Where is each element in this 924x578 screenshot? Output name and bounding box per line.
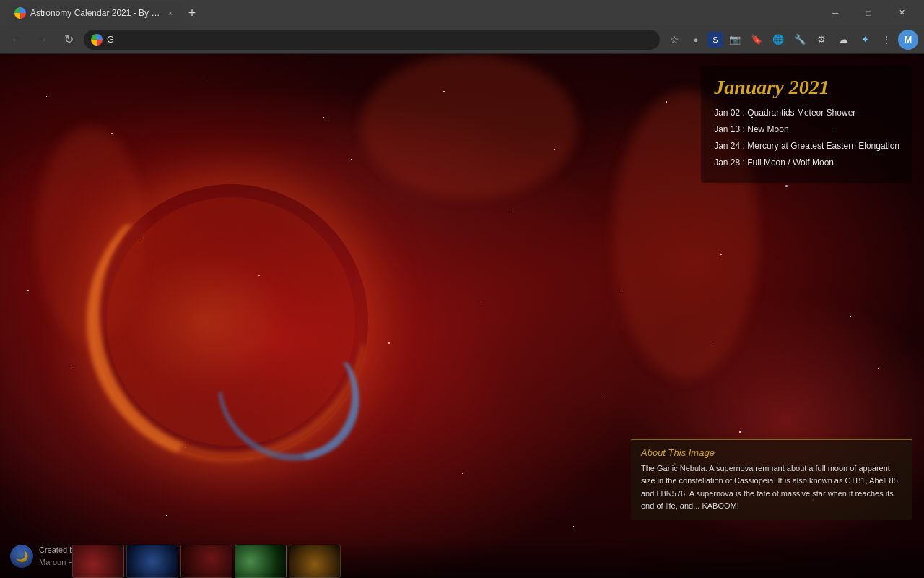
- calendar-event-4: Jan 28 : Full Moon / Wolf Moon: [714, 156, 899, 169]
- ext-icon-1[interactable]: ●: [686, 30, 706, 50]
- ext-icon-9[interactable]: ✦: [855, 30, 875, 50]
- thumbnail-3[interactable]: [180, 545, 232, 578]
- calendar-overlay: January 2021 Jan 02 : Quadrantids Meteor…: [701, 66, 912, 183]
- google-favicon: [91, 34, 103, 46]
- chrome-window: Astronomy Calendar 2021 - By Moop... × +…: [0, 0, 924, 578]
- tabs-bar: Astronomy Calendar 2021 - By Moop... × +: [6, 2, 819, 24]
- profile-button[interactable]: M: [898, 30, 918, 50]
- about-image-title: About This Image: [641, 447, 902, 458]
- minimize-button[interactable]: ─: [819, 2, 852, 24]
- about-image-text: The Garlic Nebula: A supernova remnant a…: [641, 462, 902, 513]
- ext-icon-2[interactable]: S: [707, 32, 723, 48]
- thumbnails-strip: [0, 538, 924, 578]
- active-tab[interactable]: Astronomy Calendar 2021 - By Moop... ×: [9, 2, 182, 24]
- filament-top: [361, 54, 578, 199]
- maximize-button[interactable]: □: [852, 2, 885, 24]
- calendar-event-1: Jan 02 : Quadrantids Meteor Shower: [714, 106, 899, 119]
- thumbnail-2[interactable]: [126, 545, 178, 578]
- ext-icon-7[interactable]: ⚙: [811, 30, 832, 50]
- menu-button[interactable]: ⋮: [876, 30, 897, 50]
- tab-favicon: [14, 7, 26, 19]
- thumbnail-5[interactable]: [289, 545, 341, 578]
- toolbar: ← → ↻ ☆ ● S 📷 🔖 🌐 🔧 ⚙ ☁ ✦ ⋮ M: [0, 25, 924, 54]
- about-image-box: About This Image The Garlic Nebula: A su…: [631, 439, 912, 520]
- content-area: January 2021 Jan 02 : Quadrantids Meteor…: [0, 54, 924, 578]
- forward-button[interactable]: →: [32, 29, 53, 51]
- refresh-button[interactable]: ↻: [58, 29, 79, 51]
- address-input[interactable]: [107, 34, 653, 45]
- tab-title: Astronomy Calendar 2021 - By Moop...: [30, 8, 160, 18]
- calendar-month: January 2021: [714, 76, 899, 99]
- ext-icon-6[interactable]: 🔧: [790, 30, 810, 50]
- calendar-event-2: Jan 13 : New Moon: [714, 123, 899, 136]
- new-tab-button[interactable]: +: [182, 4, 202, 24]
- thumbnail-4[interactable]: [235, 545, 287, 578]
- ext-icon-3[interactable]: 📷: [725, 30, 745, 50]
- toolbar-icons: ☆ ● S 📷 🔖 🌐 🔧 ⚙ ☁ ✦ ⋮ M: [664, 30, 918, 50]
- window-controls: ─ □ ✕: [819, 2, 918, 24]
- close-button[interactable]: ✕: [885, 2, 918, 24]
- thumbnail-1[interactable]: [72, 545, 124, 578]
- ext-icon-5[interactable]: 🌐: [768, 30, 788, 50]
- tab-close-button[interactable]: ×: [165, 7, 176, 19]
- back-button[interactable]: ←: [6, 29, 27, 51]
- calendar-event-3: Jan 24 : Mercury at Greatest Eastern Elo…: [714, 139, 899, 152]
- ext-icon-8[interactable]: ☁: [833, 30, 853, 50]
- title-bar: Astronomy Calendar 2021 - By Moop... × +…: [0, 0, 924, 25]
- bookmark-button[interactable]: ☆: [664, 30, 684, 50]
- address-bar[interactable]: [84, 30, 660, 50]
- ext-icon-4[interactable]: 🔖: [746, 30, 767, 50]
